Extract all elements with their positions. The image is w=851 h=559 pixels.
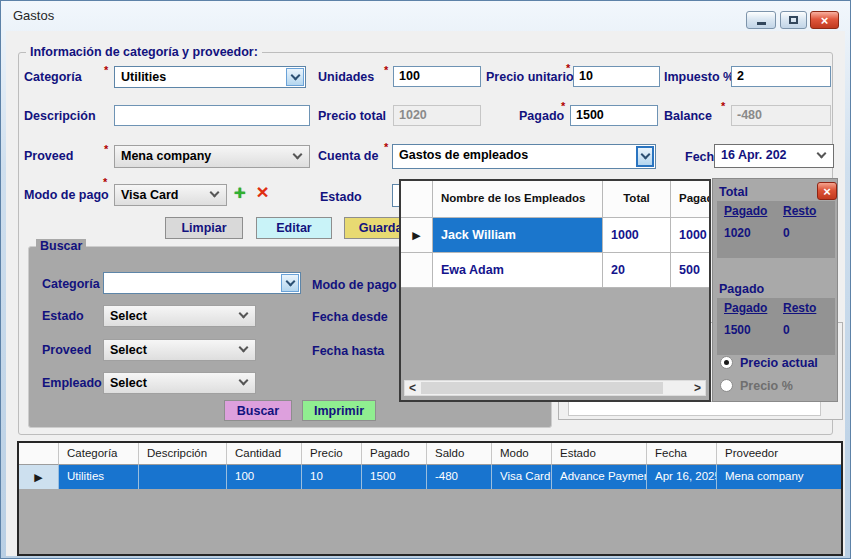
buscar-empleado-combobox[interactable]: Select xyxy=(103,372,256,394)
popup-cell-total[interactable]: 20 xyxy=(603,253,671,288)
popup-table-row[interactable]: ▶ Jack William 1000 1000 xyxy=(401,218,711,253)
chevron-down-icon xyxy=(290,70,300,80)
close-button[interactable]: × xyxy=(810,11,839,29)
summary-total-resto-value: 0 xyxy=(783,226,835,240)
summary-pagado-pagado-value: 1500 xyxy=(724,323,776,337)
buscar-estado-combobox[interactable]: Select xyxy=(103,305,256,327)
cell-saldo[interactable]: -480 xyxy=(427,465,492,489)
popup-row-selector[interactable]: ▶ xyxy=(401,218,433,253)
precio-unitario-input[interactable]: 10 xyxy=(573,66,660,87)
popup-cell-pagado[interactable]: 500 xyxy=(671,253,711,288)
row-selector[interactable]: ▶ xyxy=(19,465,59,489)
buscar-estado-value: Select xyxy=(110,309,147,323)
column-header[interactable]: Proveedor xyxy=(717,443,841,465)
add-payment-mode-icon[interactable]: + xyxy=(234,183,246,203)
column-header[interactable]: Categoría xyxy=(59,443,139,465)
delete-payment-mode-icon[interactable]: × xyxy=(256,181,268,202)
column-header[interactable]: Cantidad xyxy=(227,443,302,465)
chevron-down-icon xyxy=(239,309,249,319)
popup-column-header[interactable]: Pagado xyxy=(671,181,711,218)
cell-precio[interactable]: 10 xyxy=(302,465,362,489)
popup-cell-pagado[interactable]: 1000 xyxy=(671,218,711,253)
proveed-combobox[interactable]: Mena company xyxy=(114,145,310,168)
popup-cell-name[interactable]: Ewa Adam xyxy=(433,253,603,288)
close-icon: × xyxy=(821,14,829,27)
summary-pagado-table: Pagado 1500 Resto 0 xyxy=(717,298,835,355)
cell-pagado[interactable]: 1500 xyxy=(362,465,427,489)
scroll-left-icon[interactable]: < xyxy=(405,381,420,395)
popup-cell-total[interactable]: 1000 xyxy=(603,218,671,253)
popup-horizontal-scrollbar[interactable]: < > xyxy=(404,380,706,396)
cell-proveedor[interactable]: Mena company xyxy=(717,465,841,489)
expenses-table[interactable]: Categoría Descripción Cantidad Precio Pa… xyxy=(17,441,843,556)
column-header[interactable]: Modo xyxy=(492,443,552,465)
limpiar-button[interactable]: Limpiar xyxy=(165,217,243,239)
employee-payments-popup[interactable]: Nombre de los Empleados Total Pagado ▶ J… xyxy=(399,179,711,402)
buscar-fecha-hasta-label: Fecha hasta xyxy=(312,344,384,358)
header-row-selector[interactable] xyxy=(19,443,59,465)
popup-table-row[interactable]: Ewa Adam 20 500 xyxy=(401,253,711,288)
buscar-categoria-label: Categoría xyxy=(42,277,100,291)
popup-cell-name[interactable]: Jack William xyxy=(433,218,603,253)
fecha-datepicker[interactable]: 16 Apr. 202 xyxy=(714,144,834,168)
cell-cantidad[interactable]: 100 xyxy=(227,465,302,489)
pagado-input[interactable]: 1500 xyxy=(570,105,658,126)
buscar-categoria-dropdown-button[interactable] xyxy=(281,274,299,292)
imprimir-button[interactable]: Imprimir xyxy=(302,400,376,421)
cell-modo[interactable]: Visa Card xyxy=(492,465,552,489)
unidades-input[interactable]: 100 xyxy=(393,66,481,87)
notes-input[interactable] xyxy=(568,401,821,416)
cuenta-de-dropdown-button[interactable] xyxy=(636,146,654,167)
popup-column-header[interactable]: Total xyxy=(603,181,671,218)
buscar-empleado-label: Empleado xyxy=(42,376,102,390)
estado-label: Estado xyxy=(320,190,362,204)
cell-fecha[interactable]: Apr 16, 2025 xyxy=(647,465,717,489)
precio-actual-radio[interactable] xyxy=(720,356,733,369)
column-header[interactable]: Precio xyxy=(302,443,362,465)
editar-button[interactable]: Editar xyxy=(256,217,332,239)
cuenta-de-combobox[interactable]: Gastos de empleados xyxy=(392,144,656,169)
titlebar[interactable]: Gastos × xyxy=(0,0,851,31)
chevron-down-icon xyxy=(293,149,303,159)
balance-input: -480 xyxy=(731,105,831,126)
categoria-combobox[interactable]: Utilities xyxy=(114,66,306,88)
popup-header-row-selector[interactable] xyxy=(401,181,433,218)
column-header[interactable]: Fecha xyxy=(647,443,717,465)
modo-de-pago-label: Modo de pago xyxy=(24,188,109,202)
buscar-categoria-combobox[interactable] xyxy=(103,272,301,294)
chevron-down-icon xyxy=(239,376,249,386)
column-header[interactable]: Saldo xyxy=(427,443,492,465)
column-header[interactable]: Pagado xyxy=(362,443,427,465)
popup-column-header[interactable]: Nombre de los Empleados xyxy=(433,181,603,218)
cell-descripcion[interactable] xyxy=(139,465,227,489)
buscar-proveed-combobox[interactable]: Select xyxy=(103,339,256,361)
buscar-modo-de-pago-label: Modo de pago xyxy=(312,278,397,292)
cell-categoria[interactable]: Utilities xyxy=(59,465,139,489)
scroll-right-icon[interactable]: > xyxy=(690,381,705,395)
buscar-button[interactable]: Buscar xyxy=(224,400,292,421)
impuesto-input[interactable]: 2 xyxy=(731,66,831,87)
balance-label: Balance xyxy=(664,109,712,123)
categoria-required-marker: * xyxy=(104,64,108,76)
table-row[interactable]: ▶ Utilities 100 10 1500 -480 Visa Card A… xyxy=(19,465,841,489)
modo-de-pago-combobox[interactable]: Visa Card xyxy=(114,184,227,206)
panel-close-button[interactable]: × xyxy=(817,182,837,200)
categoria-dropdown-button[interactable] xyxy=(286,68,304,86)
close-icon: × xyxy=(823,184,831,199)
scrollbar-thumb[interactable] xyxy=(421,382,663,394)
impuesto-label: Impuesto % xyxy=(664,70,734,84)
minimize-button[interactable] xyxy=(746,11,776,29)
pagado-required-marker: * xyxy=(561,100,565,112)
popup-row-selector[interactable] xyxy=(401,253,433,288)
selected-row-arrow-icon: ▶ xyxy=(34,471,42,484)
column-header[interactable]: Estado xyxy=(552,443,647,465)
precio-pct-radio[interactable] xyxy=(720,379,733,392)
cell-estado[interactable]: Advance Payment xyxy=(552,465,647,489)
categoria-value: Utilities xyxy=(121,70,166,84)
summary-col-resto: Resto xyxy=(783,204,835,218)
descripcion-input[interactable] xyxy=(114,105,310,126)
column-header[interactable]: Descripción xyxy=(139,443,227,465)
modo-de-pago-value: Visa Card xyxy=(121,188,178,202)
buscar-proveed-label: Proveed xyxy=(42,343,91,357)
maximize-button[interactable] xyxy=(780,11,807,29)
